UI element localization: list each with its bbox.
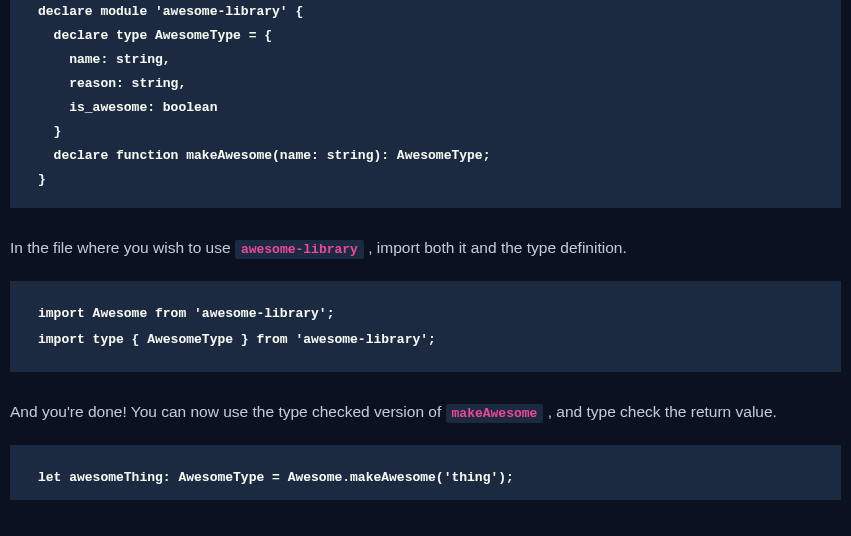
- code-block-import: import Awesome from 'awesome-library'; i…: [10, 281, 841, 372]
- code-block-module-declaration: declare module 'awesome-library' { decla…: [10, 0, 841, 208]
- inline-code-function-name: makeAwesome: [446, 404, 544, 423]
- prose-text: , import both it and the type definition…: [368, 239, 627, 256]
- inline-code-library-name: awesome-library: [235, 240, 364, 259]
- prose-text: And you're done! You can now use the typ…: [10, 403, 446, 420]
- code-block-usage: let awesomeThing: AwesomeType = Awesome.…: [10, 445, 841, 500]
- prose-text: In the file where you wish to use: [10, 239, 235, 256]
- paragraph-done-instruction: And you're done! You can now use the typ…: [10, 400, 841, 425]
- paragraph-import-instruction: In the file where you wish to use awesom…: [10, 236, 841, 261]
- prose-text: , and type check the return value.: [548, 403, 777, 420]
